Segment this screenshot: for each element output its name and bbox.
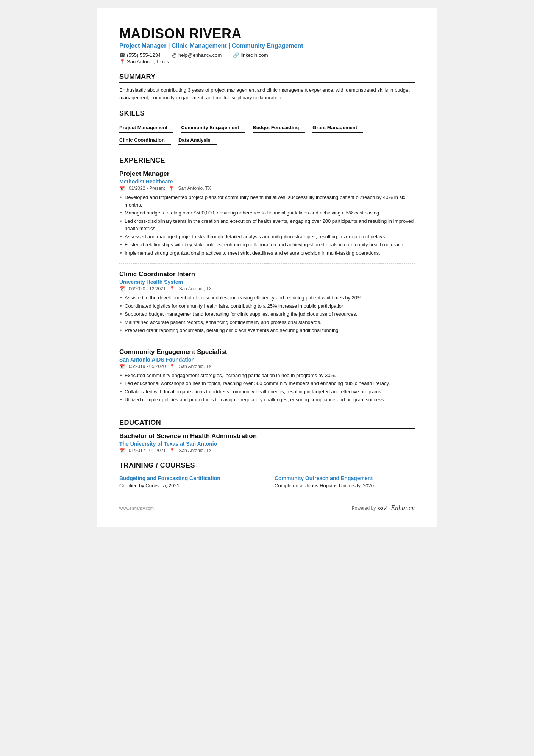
email-contact: @ help@enhancv.com bbox=[172, 52, 222, 58]
education-block: Bachelor of Science in Health Administra… bbox=[119, 432, 415, 453]
education-list: Bachelor of Science in Health Administra… bbox=[119, 432, 415, 453]
linkedin-url: linkedin.com bbox=[240, 52, 268, 58]
location-icon: 📍 bbox=[119, 59, 125, 64]
company-name: San Antonio AIDS Foundation bbox=[119, 357, 415, 363]
resume-page: MADISON RIVERA Project Manager | Clinic … bbox=[97, 8, 437, 527]
bullet-list: Developed and implemented project plans … bbox=[119, 194, 415, 257]
bullet-item: Assisted in the development of clinic sc… bbox=[119, 294, 415, 302]
edu-school: The University of Texas at San Antonio bbox=[119, 441, 415, 447]
job-date: 05/2019 - 05/2020 bbox=[129, 364, 166, 369]
job-title: Clinic Coordinator Intern bbox=[119, 271, 415, 278]
edu-degree: Bachelor of Science in Health Administra… bbox=[119, 432, 415, 440]
bullet-item: Led educational workshops on health topi… bbox=[119, 380, 415, 387]
footer: www.enhancv.com Powered by ∞✓ Enhancv bbox=[119, 501, 415, 512]
header: MADISON RIVERA Project Manager | Clinic … bbox=[119, 26, 415, 64]
job-location: San Antonio, TX bbox=[179, 286, 212, 291]
experience-list: Project Manager Methodist Healthcare 📅 0… bbox=[119, 170, 415, 410]
skills-section: SKILLS Project ManagementCommunity Engag… bbox=[119, 110, 415, 148]
summary-text: Enthusiastic about contributing 3 years … bbox=[119, 86, 415, 101]
bullet-item: Developed and implemented project plans … bbox=[119, 194, 415, 208]
job-date: 01/2022 - Present bbox=[129, 186, 165, 191]
bullet-item: Maintained accurate patient records, enh… bbox=[119, 319, 415, 326]
job-meta: 📅 06/2020 - 12/2021 📍 San Antonio, TX bbox=[119, 286, 415, 291]
location-text: San Antonio, Texas bbox=[127, 59, 169, 64]
skill-item: Project Management bbox=[119, 123, 173, 133]
skill-item: Community Engagement bbox=[181, 123, 245, 133]
summary-title: SUMMARY bbox=[119, 73, 415, 83]
job-title: Community Engagement Specialist bbox=[119, 348, 415, 356]
job-location: San Antonio, TX bbox=[178, 186, 211, 191]
bullet-item: Managed budgets totaling over $500,000, … bbox=[119, 209, 415, 217]
footer-brand: Powered by ∞✓ Enhancv bbox=[352, 504, 415, 512]
location-icon: 📍 bbox=[169, 364, 175, 369]
experience-title: EXPERIENCE bbox=[119, 157, 415, 166]
email-address: help@enhancv.com bbox=[178, 52, 222, 58]
company-name: University Health System bbox=[119, 279, 415, 285]
bullet-item: Assessed and managed project risks throu… bbox=[119, 233, 415, 241]
job-meta: 📅 01/2022 - Present 📍 San Antonio, TX bbox=[119, 186, 415, 191]
bullet-list: Executed community engagement strategies… bbox=[119, 372, 415, 404]
phone-icon: ☎ bbox=[119, 52, 125, 58]
calendar-icon: 📅 bbox=[119, 364, 125, 369]
training-item: Community Outreach and Engagement Comple… bbox=[275, 475, 415, 489]
phone-contact: ☎ (555) 555-1234 bbox=[119, 52, 161, 58]
infinity-icon: ∞✓ bbox=[378, 504, 389, 512]
training-item-desc: Completed at Johns Hopkins University, 2… bbox=[275, 482, 415, 489]
training-item: Budgeting and Forecasting Certification … bbox=[119, 475, 259, 489]
training-item-title: Community Outreach and Engagement bbox=[275, 475, 415, 481]
training-grid: Budgeting and Forecasting Certification … bbox=[119, 475, 415, 489]
location-row: 📍 San Antonio, Texas bbox=[119, 59, 415, 64]
linkedin-icon: 🔗 bbox=[233, 52, 239, 58]
experience-block: Community Engagement Specialist San Anto… bbox=[119, 348, 415, 410]
bullet-item: Led cross-disciplinary teams in the crea… bbox=[119, 218, 415, 232]
skill-item: Data Analysis bbox=[178, 136, 217, 145]
edu-meta: 📅 01/2017 - 01/2021 📍 San Antonio, TX bbox=[119, 448, 415, 453]
experience-section: EXPERIENCE Project Manager Methodist Hea… bbox=[119, 157, 415, 410]
bullet-item: Utilized complex policies and procedures… bbox=[119, 396, 415, 404]
bullet-item: Fostered relationships with key stakehol… bbox=[119, 241, 415, 249]
bullet-item: Supported budget management and forecast… bbox=[119, 310, 415, 318]
education-section: EDUCATION Bachelor of Science in Health … bbox=[119, 419, 415, 453]
job-location: San Antonio, TX bbox=[179, 364, 212, 369]
bullet-item: Coordinated logistics for community heal… bbox=[119, 302, 415, 310]
experience-block: Project Manager Methodist Healthcare 📅 0… bbox=[119, 170, 415, 264]
location-icon: 📍 bbox=[169, 186, 174, 191]
powered-by-text: Powered by bbox=[352, 506, 376, 511]
edu-location: San Antonio, TX bbox=[179, 448, 212, 453]
bullet-item: Collaborated with local organizations to… bbox=[119, 388, 415, 396]
training-item-desc: Certified by Coursera, 2021. bbox=[119, 482, 259, 489]
bullet-item: Executed community engagement strategies… bbox=[119, 372, 415, 379]
job-date: 06/2020 - 12/2021 bbox=[129, 286, 166, 291]
footer-website: www.enhancv.com bbox=[119, 506, 154, 510]
education-title: EDUCATION bbox=[119, 419, 415, 429]
calendar-icon: 📅 bbox=[119, 448, 125, 453]
training-item-title: Budgeting and Forecasting Certification bbox=[119, 475, 259, 481]
brand-name: Enhancv bbox=[391, 504, 415, 512]
training-title: TRAINING / COURSES bbox=[119, 462, 415, 471]
candidate-name: MADISON RIVERA bbox=[119, 26, 415, 42]
phone-number: (555) 555-1234 bbox=[127, 52, 161, 58]
company-name: Methodist Healthcare bbox=[119, 178, 415, 185]
skills-grid: Project ManagementCommunity EngagementBu… bbox=[119, 123, 415, 148]
bullet-item: Prepared grant reporting documents, deta… bbox=[119, 327, 415, 334]
job-meta: 📅 05/2019 - 05/2020 📍 San Antonio, TX bbox=[119, 364, 415, 369]
skill-item: Budget Forecasting bbox=[253, 123, 305, 133]
calendar-icon: 📅 bbox=[119, 186, 125, 191]
email-icon: @ bbox=[172, 52, 177, 58]
edu-date: 01/2017 - 01/2021 bbox=[129, 448, 166, 453]
contact-row: ☎ (555) 555-1234 @ help@enhancv.com 🔗 li… bbox=[119, 52, 415, 58]
linkedin-contact: 🔗 linkedin.com bbox=[233, 52, 268, 58]
skill-item: Clinic Coordination bbox=[119, 136, 171, 145]
training-section: TRAINING / COURSES Budgeting and Forecas… bbox=[119, 462, 415, 489]
skills-title: SKILLS bbox=[119, 110, 415, 119]
calendar-icon: 📅 bbox=[119, 286, 125, 291]
skill-item: Grant Management bbox=[312, 123, 363, 133]
location-icon: 📍 bbox=[169, 448, 175, 453]
experience-block: Clinic Coordinator Intern University Hea… bbox=[119, 271, 415, 341]
candidate-title: Project Manager | Clinic Management | Co… bbox=[119, 42, 415, 49]
summary-section: SUMMARY Enthusiastic about contributing … bbox=[119, 73, 415, 101]
location-icon: 📍 bbox=[169, 286, 175, 291]
job-title: Project Manager bbox=[119, 170, 415, 178]
bullet-list: Assisted in the development of clinic sc… bbox=[119, 294, 415, 334]
bullet-item: Implemented strong organizational practi… bbox=[119, 249, 415, 257]
